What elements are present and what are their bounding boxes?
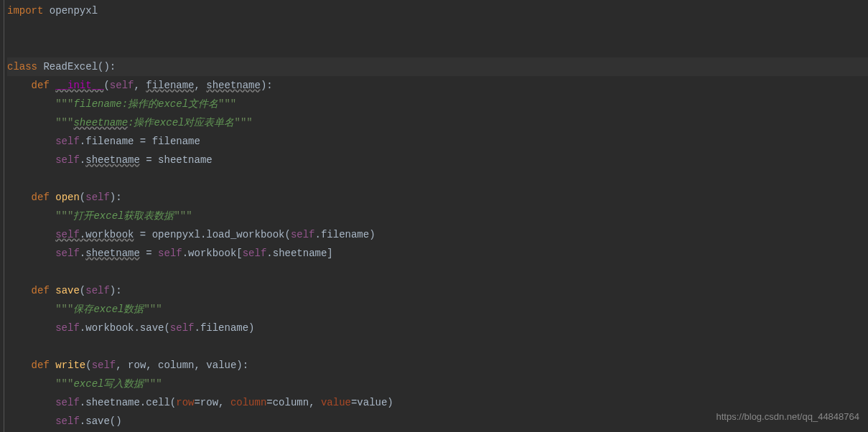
docstring-underline: sheetname <box>73 117 128 128</box>
indent <box>7 136 55 147</box>
class-name: ReadExcel <box>37 61 98 72</box>
call-load-workbook: openpyxl.load_workbook( <box>152 229 291 240</box>
triple-quote: """ <box>234 117 252 128</box>
value: sheetname <box>158 154 213 166</box>
code-line-empty[interactable] <box>7 337 868 356</box>
eq: =column <box>266 397 309 408</box>
code-line-def[interactable]: def __init__(self, filename, sheetname): <box>7 76 868 95</box>
docstring-text: filename:操作的excel文件名 <box>73 98 218 110</box>
keyword-def: def <box>32 360 50 371</box>
indent <box>7 192 32 203</box>
code-line-docstring[interactable]: """excel写入数据""" <box>7 375 868 393</box>
attr-filename: filename) <box>200 322 255 334</box>
triple-quote: """ <box>144 304 162 315</box>
triple-quote: """ <box>144 378 162 390</box>
param-row: row <box>128 360 146 371</box>
indent <box>7 154 55 166</box>
kwarg-value: value <box>321 397 351 408</box>
code-editor[interactable]: import openpyxl class ReadExcel(): def _… <box>0 0 868 431</box>
indent <box>7 98 55 110</box>
space <box>50 285 55 296</box>
code-line-def[interactable]: def write(self, row, column, value): <box>7 356 868 375</box>
code-line-docstring[interactable]: """打开excel获取表数据""" <box>7 207 868 225</box>
code-line-docstring[interactable]: """filename:操作的excel文件名""" <box>7 95 868 113</box>
code-line-docstring[interactable]: """保存excel数据""" <box>7 300 868 319</box>
indent <box>7 397 55 408</box>
triple-quote: """ <box>55 117 73 128</box>
docstring-text: 保存excel数据 <box>73 304 144 315</box>
attr-sheetname: sheetname] <box>273 248 333 259</box>
self-ref: self <box>170 322 195 334</box>
dot: . <box>80 154 85 166</box>
param-filename: filename <box>146 80 194 91</box>
dot: . <box>80 229 85 240</box>
func-open: open <box>55 192 80 203</box>
self-ref: self <box>55 136 80 147</box>
code-line-empty[interactable] <box>7 263 868 281</box>
dot: . <box>80 136 85 147</box>
space <box>50 360 55 371</box>
attr-workbook: workbook <box>85 229 134 240</box>
dot: . <box>315 229 321 240</box>
code-line-assignment[interactable]: self.workbook = openpyxl.load_workbook(s… <box>7 225 868 244</box>
paren-open: ( <box>103 80 109 91</box>
comma: , <box>116 360 128 371</box>
code-line-class[interactable]: class ReadExcel(): <box>7 57 868 76</box>
triple-quote: """ <box>218 98 236 110</box>
indent <box>7 248 55 259</box>
self-param: self <box>110 80 134 91</box>
code-line-empty[interactable] <box>7 20 868 39</box>
colon: : <box>243 360 248 371</box>
triple-quote: """ <box>55 378 73 390</box>
watermark: https://blog.csdn.net/qq_44848764 <box>717 408 860 426</box>
code-line-assignment[interactable]: self.filename = filename <box>7 132 868 151</box>
comma: , <box>134 80 146 91</box>
code-line[interactable]: import openpyxl <box>7 1 868 20</box>
code-line-empty[interactable] <box>7 169 868 188</box>
dot: . <box>80 248 85 259</box>
docstring-text: excel写入数据 <box>73 378 144 390</box>
eq: =row <box>194 397 218 408</box>
parens: () <box>98 61 110 72</box>
indent <box>7 229 55 240</box>
eq: =value) <box>351 397 393 408</box>
code-line-def[interactable]: def open(self): <box>7 188 868 207</box>
docstring-text: 打开excel获取表数据 <box>73 210 174 222</box>
code-line-call[interactable]: self.workbook.save(self.filename) <box>7 319 868 337</box>
triple-quote: """ <box>55 210 73 222</box>
save-call: .save() <box>80 415 122 427</box>
workbook-save: workbook.save( <box>85 322 170 334</box>
comma: , <box>195 80 207 91</box>
func-save: save <box>55 285 80 296</box>
code-line-empty[interactable] <box>7 39 868 57</box>
self-param: self <box>85 285 110 296</box>
kwarg-row: row <box>176 397 194 408</box>
colon: : <box>110 61 116 72</box>
dot: . <box>80 322 85 334</box>
param-sheetname: sheetname <box>206 80 261 91</box>
code-line-def[interactable]: def save(self): <box>7 281 868 300</box>
func-init: __init__ <box>55 80 103 91</box>
colon: : <box>116 285 121 296</box>
paren-close: ) <box>236 360 242 371</box>
space <box>50 192 55 203</box>
code-line-docstring[interactable]: """sheetname:操作excel对应表单名""" <box>7 113 868 132</box>
self-ref: self <box>55 154 80 166</box>
comma: , <box>218 397 230 408</box>
self-ref: self <box>55 397 80 408</box>
equals: = <box>134 229 151 240</box>
code-line-assignment[interactable]: self.sheetname = sheetname <box>7 151 868 169</box>
value: filename <box>152 136 200 147</box>
editor-gutter <box>0 0 4 432</box>
triple-quote: """ <box>55 98 73 110</box>
comma: , <box>146 360 158 371</box>
self-ref: self <box>243 248 267 259</box>
code-line-assignment[interactable]: self.sheetname = self.workbook[self.shee… <box>7 244 868 263</box>
self-ref: self <box>291 229 315 240</box>
colon: : <box>266 80 272 91</box>
keyword-import: import <box>7 5 43 17</box>
paren-open: ( <box>80 285 85 296</box>
self-ref: self <box>55 322 80 334</box>
self-ref: self <box>55 248 80 259</box>
indent <box>7 415 55 427</box>
